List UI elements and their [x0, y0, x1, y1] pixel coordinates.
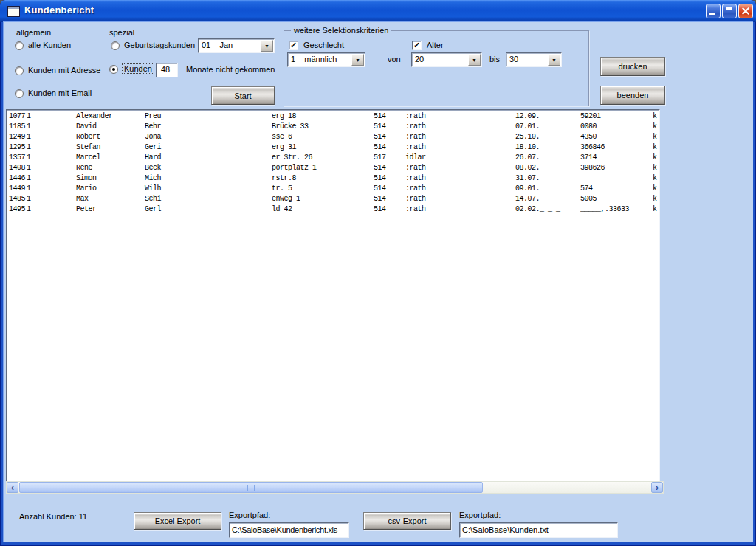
customer-list[interactable]: 10771AlexanderPreuerg 18514:rath12.09.59… — [6, 109, 660, 482]
csv-export-button-label: csv-Export — [388, 516, 427, 525]
csv-export-button[interactable]: csv-Export — [363, 512, 451, 530]
cell-phone: 3714 — [580, 153, 597, 162]
cell-firstname: Peter — [76, 205, 97, 213]
cell-date: 12.09. — [515, 112, 540, 120]
window-title: Kundenbericht — [24, 4, 94, 15]
chevron-down-icon[interactable]: ▼ — [548, 54, 560, 66]
geschlecht-checkbox[interactable]: ✓ — [289, 41, 298, 50]
scroll-left-button[interactable]: ‹ — [7, 482, 18, 493]
cell-firstname: Max — [76, 195, 89, 203]
table-row[interactable]: 11851DavidBehrBrücke 33514:rath07.01.008… — [7, 122, 659, 133]
table-row[interactable]: 13571MarcelHarder Str. 26517idlar26.07.3… — [7, 153, 659, 164]
cell-lastname: Preu — [145, 112, 161, 120]
cell-id: 1495 — [9, 205, 25, 213]
excel-export-button-label: Excel Export — [155, 516, 201, 525]
csv-path-input[interactable]: C:\SaloBase\Kunden.txt — [459, 522, 618, 538]
cell-firstname: Stefan — [76, 143, 100, 151]
close-button[interactable] — [738, 4, 753, 18]
radio-geburtstagskunden-label[interactable]: Geburtstagskunden — [124, 41, 195, 49]
cell-plz: 514 — [374, 205, 386, 213]
maximize-icon — [726, 7, 732, 13]
check-icon: ✓ — [290, 41, 297, 49]
cell-date: 07.01. — [515, 122, 540, 131]
table-row[interactable]: 14081ReneBeckportplatz 1514:rath08.02.39… — [7, 164, 659, 174]
table-row[interactable]: 14461SimonMichrstr.8514:rath31.07.k — [7, 174, 659, 184]
beenden-button[interactable]: beenden — [600, 86, 665, 105]
scrollbar-thumb[interactable] — [19, 482, 483, 493]
cell-flag: 1 — [27, 153, 31, 162]
cell-lastname: Jona — [145, 133, 161, 141]
cell-id: 1295 — [9, 143, 25, 151]
radio-kunden-mit-adresse-label[interactable]: Kunden mit Adresse — [28, 66, 100, 75]
window-titlebar[interactable]: Kundenbericht — [0, 0, 756, 22]
horizontal-scrollbar[interactable]: ‹ › — [6, 481, 664, 494]
cell-lastname: Wilh — [145, 184, 161, 193]
table-row[interactable]: 14951PeterGerlld 42514:rath02.02._ _ ___… — [7, 205, 659, 215]
cell-k: k — [653, 174, 657, 182]
age-from-select[interactable]: 20 ▼ — [411, 52, 482, 67]
geschlecht-label[interactable]: Geschlecht — [303, 41, 344, 49]
cell-street: er Str. 26 — [272, 153, 312, 162]
maximize-button[interactable] — [722, 4, 737, 18]
cell-k: k — [653, 205, 657, 213]
minimize-button[interactable] — [706, 4, 721, 18]
radio-alle-kunden-label[interactable]: alle Kunden — [28, 41, 71, 49]
months-input-value: 48 — [161, 65, 170, 74]
radio-kunden-mit-email-label[interactable]: Kunden mit Email — [28, 89, 92, 97]
cell-date: 25.10. — [515, 133, 540, 141]
cell-city: :rath — [405, 184, 426, 193]
cell-k: k — [653, 122, 657, 131]
cell-city: :rath — [405, 112, 426, 120]
cell-date: 09.01. — [515, 184, 540, 193]
geschlecht-select[interactable]: 1 männlich ▼ — [287, 52, 365, 67]
chevron-down-icon[interactable]: ▼ — [261, 40, 273, 52]
cell-phone: 4350 — [580, 133, 597, 141]
cell-date: 31.07. — [515, 174, 540, 182]
cell-flag: 1 — [27, 122, 31, 131]
cell-lastname: Beck — [145, 164, 161, 172]
cell-street: Brücke 33 — [272, 122, 309, 131]
radio-kunden[interactable] — [109, 65, 118, 74]
monate-nicht-gekommen-label: Monate nicht gekommen — [186, 65, 275, 74]
radio-geburtstagskunden[interactable] — [111, 41, 120, 50]
cell-firstname: Rene — [76, 164, 92, 172]
chevron-down-icon[interactable]: ▼ — [468, 54, 481, 66]
scroll-right-button[interactable]: › — [651, 482, 663, 493]
criteria-groupbox: weitere Selektionskriterien ✓ Geschlecht… — [284, 30, 589, 106]
cell-k: k — [653, 112, 657, 120]
chevron-down-icon[interactable]: ▼ — [351, 54, 364, 66]
cell-firstname: Simon — [76, 174, 97, 182]
table-row[interactable]: 12491RobertJonasse 6514:rath25.10.4350k — [7, 133, 659, 143]
cell-city: :rath — [405, 205, 426, 213]
cell-plz: 514 — [374, 143, 386, 151]
excel-export-button[interactable]: Excel Export — [134, 512, 221, 530]
drucken-button[interactable]: drucken — [600, 57, 665, 76]
alter-label[interactable]: Alter — [427, 41, 444, 49]
excel-path-input[interactable]: C:\SaloBase\Kundenbericht.xls — [229, 522, 349, 538]
cell-flag: 1 — [27, 195, 31, 203]
table-row[interactable]: 14851MaxSchienweg 1514:rath14.07.5005k — [7, 195, 659, 205]
cell-city: :rath — [405, 122, 426, 131]
table-row[interactable]: 14491MarioWilhtr. 5514:rath09.01.574k — [7, 184, 659, 195]
radio-alle-kunden[interactable] — [15, 41, 24, 50]
start-button[interactable]: Start — [211, 86, 275, 105]
app-icon — [7, 6, 20, 17]
age-to-select[interactable]: 30 ▼ — [506, 52, 562, 67]
cell-street: portplatz 1 — [272, 164, 317, 172]
cell-street: sse 6 — [272, 133, 292, 141]
age-from-value: 20 — [415, 55, 424, 63]
radio-kunden-label[interactable]: Kunden — [122, 63, 154, 74]
month-select[interactable]: 01 Jan ▼ — [198, 38, 275, 53]
cell-id: 1408 — [9, 164, 25, 172]
cell-date: 02.02._ _ _ — [515, 205, 560, 213]
cell-firstname: David — [76, 122, 97, 131]
cell-k: k — [653, 164, 657, 172]
radio-kunden-mit-adresse[interactable] — [15, 66, 24, 75]
cell-lastname: Behr — [145, 122, 161, 131]
table-row[interactable]: 10771AlexanderPreuerg 18514:rath12.09.59… — [7, 112, 659, 122]
months-input[interactable]: 48 — [156, 63, 178, 77]
radio-kunden-mit-email[interactable] — [15, 89, 24, 98]
alter-checkbox[interactable]: ✓ — [412, 41, 422, 50]
cell-id: 1357 — [9, 153, 25, 162]
table-row[interactable]: 12951StefanGerierg 31514:rath18.10.36684… — [7, 143, 659, 153]
